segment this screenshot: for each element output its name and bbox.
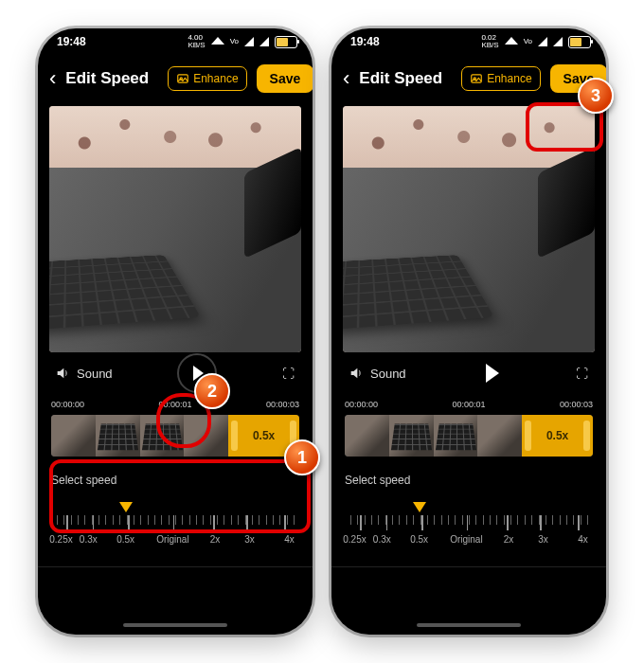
timeline-strip[interactable]: 0.5x — [51, 415, 299, 457]
play-button[interactable] — [472, 364, 510, 383]
home-indicator[interactable] — [123, 623, 227, 627]
speed-segment[interactable]: 0.5x — [522, 415, 593, 457]
enhance-button[interactable]: Enhance — [461, 66, 540, 91]
callout-3: 3 — [578, 78, 614, 114]
sound-toggle[interactable]: Sound — [349, 366, 406, 381]
phone-right: 19:48 0.02KB/S Vo ‹ Edit Speed Enhance S… — [331, 28, 606, 635]
speed-option[interactable]: 3x — [244, 534, 255, 545]
speed-option[interactable]: 0.3x — [373, 534, 391, 545]
status-time: 19:48 — [57, 35, 86, 48]
home-indicator[interactable] — [417, 623, 521, 627]
speed-option[interactable]: 0.25x — [49, 534, 72, 545]
back-icon[interactable]: ‹ — [343, 66, 349, 91]
back-icon[interactable]: ‹ — [49, 66, 56, 91]
status-bar: 19:48 0.02KB/S Vo — [331, 28, 606, 55]
speed-label: Select speed — [345, 474, 410, 487]
phone-left: 19:48 4.00KB/S Vo ‹ Edit Speed Enhance S… — [38, 28, 313, 635]
video-preview[interactable] — [49, 106, 301, 352]
speed-option[interactable]: 0.5x — [116, 534, 134, 545]
signal-icon — [244, 37, 254, 46]
fullscreen-button[interactable]: ⛶ — [576, 367, 589, 381]
timeline-strip[interactable]: 0.5x — [345, 415, 593, 457]
speed-option[interactable]: 4x — [578, 534, 588, 545]
sound-icon — [349, 366, 364, 381]
signal-icon — [538, 37, 547, 46]
preview-controls: Sound ⛶ — [331, 352, 606, 394]
speed-option[interactable]: 4x — [284, 534, 295, 545]
page-title: Edit Speed — [65, 69, 149, 88]
volte-icon: Vo — [524, 38, 532, 45]
speed-option[interactable]: 0.25x — [343, 534, 366, 545]
timeline[interactable]: 00:00:00 00:00:01 00:00:03 0.5x — [38, 394, 313, 457]
volte-icon: Vo — [230, 38, 239, 45]
speed-option[interactable]: 2x — [504, 534, 514, 545]
enhance-button[interactable]: Enhance — [168, 66, 246, 91]
speed-ruler[interactable]: 0.25x0.3x0.5xOriginal2x3x4x — [345, 502, 593, 549]
save-button[interactable]: Save — [257, 64, 313, 93]
callout-2: 2 — [194, 373, 230, 409]
sound-icon — [55, 366, 70, 381]
speed-selector: Select speed 0.25x0.3x0.5xOriginal2x3x4x — [38, 457, 313, 549]
speed-option[interactable]: Original — [156, 534, 188, 545]
enhance-icon — [176, 72, 189, 85]
speed-option[interactable]: 3x — [538, 534, 548, 545]
status-time: 19:48 — [350, 35, 380, 48]
speed-option[interactable]: Original — [450, 534, 482, 545]
battery-icon — [275, 36, 297, 48]
status-bar: 19:48 4.00KB/S Vo — [38, 28, 313, 55]
wifi-icon — [211, 37, 224, 46]
enhance-icon — [470, 72, 483, 85]
callout-1: 1 — [284, 439, 320, 475]
signal-icon — [553, 37, 563, 46]
speed-marker[interactable] — [413, 502, 426, 512]
preview-controls: Sound ⛶ — [38, 352, 313, 394]
wifi-icon — [505, 37, 518, 46]
video-preview[interactable] — [343, 106, 595, 352]
signal-icon — [259, 37, 269, 46]
speed-ruler[interactable]: 0.25x0.3x0.5xOriginal2x3x4x — [51, 502, 299, 549]
speed-option[interactable]: 0.3x — [80, 534, 98, 545]
sound-toggle[interactable]: Sound — [55, 366, 113, 381]
page-title: Edit Speed — [359, 69, 442, 88]
speed-label: Select speed — [51, 474, 116, 487]
fullscreen-button[interactable]: ⛶ — [282, 367, 295, 381]
speed-marker[interactable] — [119, 502, 133, 512]
speed-option[interactable]: 0.5x — [410, 534, 428, 545]
header: ‹ Edit Speed Enhance Save — [38, 55, 313, 102]
battery-icon — [568, 36, 591, 48]
speed-selector: Select speed 0.25x0.3x0.5xOriginal2x3x4x — [331, 457, 606, 549]
timeline[interactable]: 00:00:00 00:00:01 00:00:03 0.5x — [331, 394, 606, 457]
speed-option[interactable]: 2x — [210, 534, 221, 545]
play-icon — [486, 364, 499, 383]
header: ‹ Edit Speed Enhance Save — [331, 55, 606, 102]
